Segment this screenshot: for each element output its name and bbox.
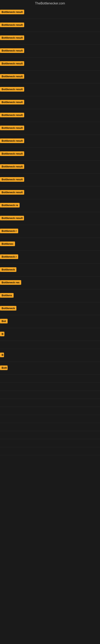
bottleneck-row-5: Bottleneck result [0, 58, 100, 70]
bottleneck-row-10: Bottleneck result [0, 122, 100, 135]
bottleneck-row-18: Bottleneck r [0, 225, 100, 238]
bottleneck-badge-15[interactable]: Bottleneck result [0, 190, 24, 194]
empty-row-8 [0, 439, 100, 447]
empty-row-4 [0, 407, 100, 415]
empty-row-9 [0, 447, 100, 455]
bottleneck-badge-28[interactable]: B [0, 352, 4, 357]
bottleneck-row-8: Bottleneck result [0, 96, 100, 109]
bottleneck-badge-17[interactable]: Bottleneck result [0, 216, 24, 220]
bottleneck-badge-18[interactable]: Bottleneck r [0, 228, 18, 233]
bottleneck-badge-5[interactable]: Bottleneck result [0, 61, 24, 66]
bottleneck-row-4: Bottleneck result [0, 45, 100, 58]
bottleneck-badge-4[interactable]: Bottleneck result [0, 48, 24, 53]
bottleneck-badge-11[interactable]: Bottleneck result [0, 138, 24, 143]
bottleneck-row-6: Bottleneck result [0, 70, 100, 83]
bottleneck-badge-10[interactable]: Bottleneck result [0, 126, 24, 130]
bottleneck-row-13: Bottleneck result [0, 160, 100, 174]
bottleneck-badge-16[interactable]: Bottleneck re [0, 203, 20, 208]
bottleneck-row-3: Bottleneck result [0, 32, 100, 45]
bottleneck-row-19: Bottlenec [0, 238, 100, 251]
empty-row-7 [0, 431, 100, 439]
bottleneck-row-24: Bottleneck [0, 302, 100, 315]
empty-row-3 [0, 399, 100, 407]
empty-row-0 [0, 375, 100, 383]
bottleneck-row-15: Bottleneck result [0, 186, 100, 199]
bottleneck-row-11: Bottleneck result [0, 135, 100, 148]
bottleneck-row-14: Bottleneck result [0, 174, 100, 186]
bottleneck-badge-3[interactable]: Bottleneck result [0, 36, 24, 40]
bottleneck-row-2: Bottleneck result [0, 19, 100, 32]
empty-row-2 [0, 391, 100, 399]
bottleneck-row-17: Bottleneck result [0, 212, 100, 225]
bottleneck-row-29: Bott [0, 362, 100, 375]
bottleneck-row-28: B [0, 349, 100, 362]
bottleneck-badge-21[interactable]: Bottleneck [0, 267, 16, 272]
bottleneck-row-1: Bottleneck result [0, 6, 100, 19]
bottleneck-row-7: Bottleneck result [0, 83, 100, 96]
bottleneck-badge-1[interactable]: Bottleneck result [0, 10, 24, 14]
bottleneck-badge-19[interactable]: Bottlenec [0, 242, 15, 246]
bottleneck-row-12: Bottleneck result [0, 148, 100, 160]
bottleneck-row-21: Bottleneck [0, 264, 100, 276]
bottleneck-badge-8[interactable]: Bottleneck result [0, 100, 24, 104]
site-title-wrapper: TheBottlenecker.com [0, 0, 100, 6]
bottleneck-badge-6[interactable]: Bottleneck result [0, 74, 24, 79]
bottleneck-badge-25[interactable]: Bot [0, 319, 8, 324]
empty-row-5 [0, 415, 100, 423]
empty-row-6 [0, 423, 100, 431]
items-container: Bottleneck resultBottleneck resultBottle… [0, 6, 100, 455]
bottleneck-row-23: Bottlens [0, 290, 100, 302]
site-title: TheBottlenecker.com [0, 0, 100, 6]
bottleneck-row-25: Bot [0, 315, 100, 328]
bottleneck-badge-12[interactable]: Bottleneck result [0, 151, 24, 156]
bottleneck-badge-26[interactable]: B [0, 332, 4, 336]
bottleneck-row-27 [0, 341, 100, 349]
bottleneck-badge-24[interactable]: Bottleneck [0, 306, 16, 310]
bottleneck-row-16: Bottleneck re [0, 199, 100, 212]
bottleneck-badge-23[interactable]: Bottlens [0, 293, 14, 298]
bottleneck-badge-22[interactable]: Bottleneck res [0, 280, 21, 285]
bottleneck-row-20: Bottleneck r [0, 251, 100, 264]
empty-row-1 [0, 383, 100, 391]
bottleneck-row-9: Bottleneck result [0, 109, 100, 122]
bottleneck-badge-7[interactable]: Bottleneck result [0, 87, 24, 92]
bottleneck-badge-20[interactable]: Bottleneck r [0, 254, 18, 259]
bottleneck-badge-29[interactable]: Bott [0, 366, 8, 370]
bottleneck-badge-13[interactable]: Bottleneck result [0, 164, 24, 169]
bottleneck-row-26: B [0, 328, 100, 341]
bottleneck-badge-2[interactable]: Bottleneck result [0, 22, 24, 27]
bottleneck-badge-14[interactable]: Bottleneck result [0, 177, 24, 182]
bottleneck-row-22: Bottleneck res [0, 276, 100, 290]
bottleneck-badge-9[interactable]: Bottleneck result [0, 113, 24, 117]
